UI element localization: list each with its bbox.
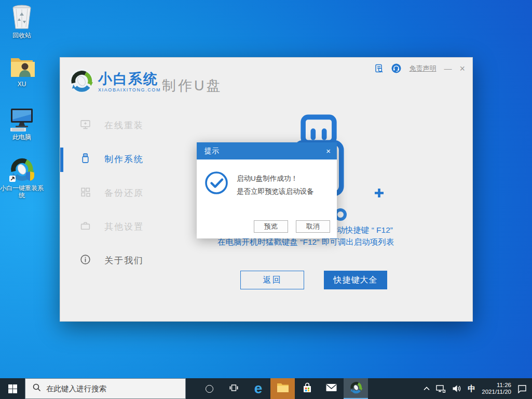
sidebar-item-label: 其他设置 <box>104 221 144 233</box>
file-explorer-icon <box>277 382 289 395</box>
window-titlebar: 免责声明 — × <box>375 63 465 73</box>
edge-button[interactable]: e <box>246 378 270 399</box>
store-button[interactable] <box>295 378 319 399</box>
desktop-icon-xiaobai[interactable]: 小白一键重装系统 <box>0 156 44 199</box>
app-subtitle: XIAOBAIXITONG.COM <box>98 87 161 92</box>
taskbar: e <box>0 378 532 399</box>
xiaobai-taskbar-button[interactable] <box>344 378 368 399</box>
close-button[interactable]: × <box>459 64 465 73</box>
preview-button[interactable]: 预览 <box>254 220 288 233</box>
edge-icon: e <box>254 381 263 396</box>
user-folder-icon <box>0 55 44 79</box>
recycle-bin-icon <box>0 4 44 30</box>
tray-clock[interactable]: 11:26 2021/11/20 <box>482 382 511 395</box>
success-check-icon <box>204 171 228 197</box>
system-tray: 中 11:26 2021/11/20 <box>424 378 532 399</box>
taskbar-search-box[interactable] <box>25 378 186 399</box>
page-title: 制作U盘 <box>162 76 223 95</box>
plus-decoration-icon <box>374 188 384 200</box>
desktop-icon-this-pc[interactable]: 此电脑 <box>0 107 44 141</box>
this-pc-icon <box>0 107 44 132</box>
desktop-icon-user-folder[interactable]: XU <box>0 55 44 88</box>
dialog-message: 启动U盘制作成功！ 是否立即预览该启动设备 <box>237 172 314 198</box>
action-center-icon[interactable] <box>517 384 527 393</box>
info-icon <box>80 254 91 267</box>
minimize-button[interactable]: — <box>444 65 452 72</box>
store-icon <box>302 382 312 395</box>
search-icon <box>33 383 41 394</box>
app-logo-icon <box>69 68 94 96</box>
mail-button[interactable] <box>319 378 344 399</box>
sidebar-item-label: 备份还原 <box>104 187 144 199</box>
disclaimer-link[interactable]: 免责声明 <box>409 64 436 73</box>
monitor-reinstall-icon <box>80 119 91 132</box>
toolbox-icon <box>80 220 91 233</box>
sidebar-item-other-settings[interactable]: 其他设置 <box>80 215 199 238</box>
desktop-icon-label: 回收站 <box>0 32 44 39</box>
dialog-close-icon[interactable]: × <box>326 147 331 155</box>
dialog-message-line2: 是否立即预览该启动设备 <box>237 185 314 198</box>
sidebar-active-indicator <box>60 148 63 172</box>
start-button[interactable] <box>0 378 25 399</box>
cancel-button[interactable]: 取消 <box>296 220 330 233</box>
search-input[interactable] <box>46 384 176 393</box>
sidebar-item-about-us[interactable]: 关于我们 <box>80 249 199 272</box>
tip-dialog: 提示 × 启动U盘制作成功！ 是否立即预览该启动设备 预览 取消 <box>197 142 337 238</box>
tray-ime-indicator[interactable]: 中 <box>468 384 475 394</box>
log-viewer-icon[interactable] <box>375 64 384 73</box>
cortana-icon <box>206 385 213 393</box>
cortana-button[interactable] <box>197 378 222 399</box>
dialog-message-line1: 启动U盘制作成功！ <box>237 172 314 185</box>
sidebar-item-backup-restore[interactable]: 备份还原 <box>80 181 199 204</box>
hotkey-list-button[interactable]: 快捷键大全 <box>324 271 387 289</box>
dialog-title: 提示 <box>204 147 326 156</box>
customer-support-icon[interactable] <box>391 63 401 73</box>
sidebar-item-label: 制作系统 <box>104 153 144 165</box>
desktop-icon-label: 小白一键重装系统 <box>0 184 44 199</box>
back-button[interactable]: 返回 <box>240 271 304 289</box>
desktop-icon-label: 此电脑 <box>0 134 44 141</box>
sidebar-item-online-reinstall[interactable]: 在线重装 <box>80 114 199 137</box>
hotkey-line1: 启动快捷键 “ F12” <box>329 225 393 236</box>
task-view-button[interactable] <box>222 378 246 399</box>
tray-chevron-up-icon[interactable] <box>424 386 430 391</box>
tray-volume-icon[interactable] <box>452 384 461 393</box>
tray-time: 11:26 <box>482 382 511 389</box>
file-explorer-button[interactable] <box>270 378 295 399</box>
sidebar-item-label: 在线重装 <box>104 119 144 131</box>
sidebar-item-label: 关于我们 <box>104 255 144 267</box>
sidebar-item-make-system[interactable]: 制作系统 <box>80 148 199 170</box>
mail-icon <box>326 383 337 394</box>
xiaobai-app-icon <box>0 156 44 183</box>
app-logo: 小白系统 XIAOBAIXITONG.COM <box>69 68 161 96</box>
tray-date: 2021/11/20 <box>482 389 511 395</box>
task-view-icon <box>229 383 238 394</box>
xiaobai-app-window: 免责声明 — × 小白系统 XIAOBAIXITONG.COM 制作U盘 <box>60 57 473 322</box>
desktop-icon-recycle-bin[interactable]: 回收站 <box>0 4 44 39</box>
hotkey-line2: 在电脑开机时猛戳键盘 “F12” 即可调出启动项列表 <box>217 237 394 248</box>
usb-icon <box>80 153 91 166</box>
desktop-icon-label: XU <box>0 81 44 88</box>
dialog-titlebar: 提示 × <box>197 142 337 159</box>
backup-restore-icon <box>80 187 91 200</box>
tray-network-icon[interactable] <box>436 384 446 393</box>
xiaobai-taskbar-icon <box>349 381 363 396</box>
app-title: 小白系统 <box>98 72 161 86</box>
windows-logo-icon <box>8 384 17 393</box>
